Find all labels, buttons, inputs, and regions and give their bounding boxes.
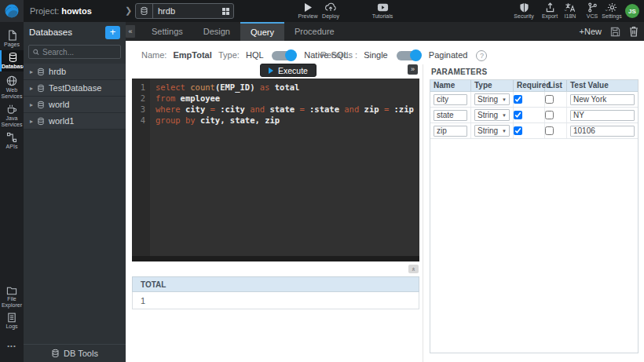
grid-view-icon[interactable] — [222, 8, 229, 15]
project-label: Project: — [30, 6, 59, 16]
deploy-cloud-icon — [325, 2, 336, 13]
code-token: city — [200, 115, 220, 125]
editor-scrollbar[interactable] — [132, 256, 419, 261]
param-list-checkbox[interactable] — [545, 126, 554, 135]
editor-code-area[interactable]: select count(EMP_ID) as totalfrom employ… — [150, 79, 419, 261]
execute-button[interactable]: Execute — [260, 64, 317, 77]
param-list-checkbox[interactable] — [545, 111, 554, 119]
database-icon — [37, 117, 45, 126]
param-name-input[interactable] — [434, 110, 467, 121]
expand-caret-icon[interactable]: ▸ — [30, 68, 33, 75]
code-line[interactable]: select count(EMP_ID) as total — [156, 82, 419, 93]
column-header-list: List — [545, 80, 567, 91]
sidebar-overflow-menu[interactable]: ••• — [0, 342, 24, 349]
results-column-header: TOTAL — [132, 276, 419, 292]
column-header-required: Required — [514, 80, 545, 91]
code-token: where — [156, 104, 185, 114]
breadcrumb-chevron-icon: ❯ — [125, 5, 132, 16]
code-token: :state — [309, 104, 344, 114]
code-line[interactable]: from employee — [156, 93, 419, 104]
wavemaker-logo[interactable] — [0, 0, 24, 22]
settings-button[interactable]: Settings ⌄ — [598, 2, 625, 19]
column-header-type: Type — [471, 80, 514, 91]
tutorials-label: Tutorials — [372, 13, 393, 19]
param-name-input[interactable] — [434, 126, 467, 137]
sidebar-item-label: File Explorer — [0, 296, 24, 308]
expand-caret-icon[interactable]: ▸ — [30, 101, 33, 108]
param-type-select[interactable]: String▼ — [474, 109, 510, 121]
param-type-value: String — [478, 95, 498, 104]
sql-code-editor[interactable]: 1234 select count(EMP_ID) as totalfrom e… — [132, 79, 419, 261]
user-avatar[interactable]: JS — [625, 4, 639, 18]
database-tree-item-testdatabase[interactable]: ▸ TestDatabase — [24, 80, 126, 97]
db-tools-icon — [51, 349, 60, 358]
add-database-button[interactable]: + — [105, 26, 120, 39]
tutorials-button[interactable]: Tutorials — [366, 2, 399, 19]
records-option-single[interactable]: Single — [364, 50, 388, 60]
database-search[interactable] — [28, 45, 121, 59]
code-token: from — [156, 93, 181, 103]
line-number: 4 — [132, 115, 145, 126]
sidebar-item-databases[interactable]: Databases — [0, 50, 24, 71]
search-input[interactable] — [42, 48, 116, 57]
sidebar-item-web-services[interactable]: Web Services — [0, 74, 24, 101]
database-name: hrdb — [49, 67, 66, 76]
delete-icon[interactable] — [629, 26, 639, 37]
sidebar-item-label: Java Services — [0, 115, 24, 127]
new-query-button[interactable]: +New — [580, 27, 602, 36]
param-type-value: String — [478, 126, 498, 135]
type-option-hql[interactable]: HQL — [246, 50, 263, 60]
code-token: state — [230, 115, 255, 125]
sidebar-item-java-services[interactable]: Java Services — [0, 102, 24, 129]
expand-caret-icon[interactable]: ▸ — [30, 118, 33, 125]
param-test-value-input[interactable] — [570, 126, 635, 137]
databases-panel-title: Databases — [29, 27, 72, 37]
records-toggle[interactable] — [397, 51, 420, 60]
code-line[interactable]: where city = :city and state = :state an… — [156, 104, 419, 115]
sidebar-item-pages[interactable]: Pages — [0, 28, 24, 49]
help-icon[interactable]: ? — [476, 50, 487, 61]
db-tools-button[interactable]: DB Tools — [24, 344, 126, 362]
type-toggle[interactable] — [272, 51, 295, 60]
records-label: Records : — [320, 50, 357, 60]
save-icon[interactable] — [610, 27, 620, 37]
select-arrow-icon: ▼ — [502, 97, 507, 102]
sidebar-item-apis[interactable]: APIs — [0, 130, 24, 152]
param-type-select[interactable]: String▼ — [474, 125, 510, 137]
code-token: ) — [250, 82, 260, 92]
parameter-row-zip: String▼ — [430, 123, 638, 139]
code-token: = — [299, 104, 309, 114]
expand-caret-icon[interactable]: ▸ — [30, 85, 33, 92]
type-label: Type: — [218, 50, 240, 60]
param-test-value-input[interactable] — [570, 94, 635, 105]
git-branch-icon — [587, 2, 598, 13]
parameter-row-city: String▼ — [430, 92, 638, 108]
param-list-checkbox[interactable] — [545, 95, 554, 104]
api-connector-icon — [6, 132, 17, 143]
database-selector[interactable]: hrdb — [135, 3, 234, 19]
i18n-button[interactable]: I18N — [559, 2, 581, 19]
tab-design[interactable]: Design — [193, 22, 240, 41]
database-tree-item-world1[interactable]: ▸ world1 — [24, 113, 126, 130]
code-line[interactable]: group by city, state, zip — [156, 115, 419, 126]
sidebar-item-file-explorer[interactable]: File Explorer — [0, 284, 24, 309]
deploy-button[interactable]: Deploy — [317, 2, 344, 19]
records-option-paginated[interactable]: Paginated — [429, 50, 468, 60]
tab-query[interactable]: Query — [240, 22, 284, 41]
expand-editor-button[interactable]: » — [408, 64, 418, 75]
param-required-checkbox[interactable] — [514, 111, 522, 119]
collapse-panel-button[interactable]: « — [126, 25, 135, 38]
param-name-input[interactable] — [434, 94, 467, 105]
collapse-results-button[interactable]: « — [408, 265, 419, 273]
database-tree-item-world[interactable]: ▸ world — [24, 97, 126, 113]
database-tree-item-hrdb[interactable]: ▸ hrdb — [24, 64, 126, 80]
param-type-select[interactable]: String▼ — [474, 93, 510, 105]
param-required-checkbox[interactable] — [514, 126, 522, 135]
sidebar-item-label: Pages — [0, 42, 24, 48]
tab-procedure[interactable]: Procedure — [284, 22, 345, 41]
param-test-value-input[interactable] — [570, 110, 635, 121]
sidebar-item-logs[interactable]: Logs — [0, 311, 24, 331]
tab-settings[interactable]: Settings — [141, 22, 193, 41]
param-required-checkbox[interactable] — [514, 95, 522, 104]
security-button[interactable]: Security — [509, 2, 539, 19]
